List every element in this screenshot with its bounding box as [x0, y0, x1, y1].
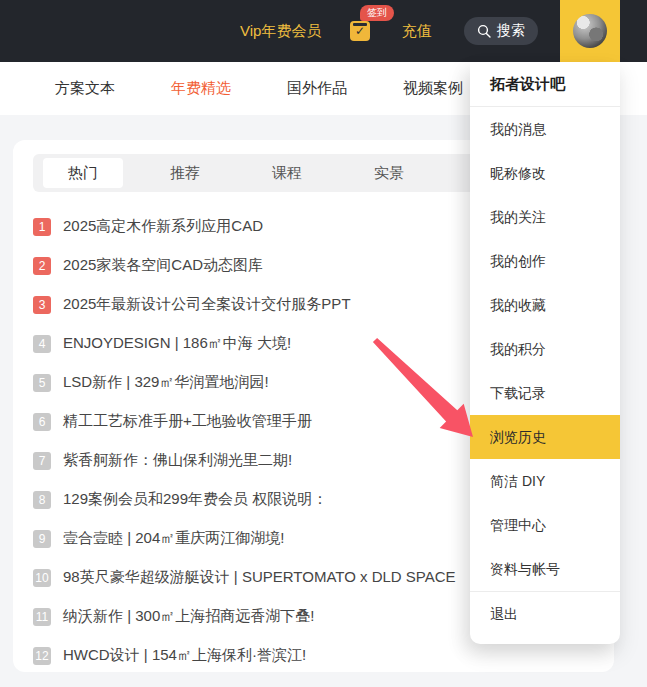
menu-item-昵称修改[interactable]: 昵称修改 [470, 151, 620, 195]
menu-item-管理中心[interactable]: 管理中心 [470, 503, 620, 547]
nav-item-方案文本[interactable]: 方案文本 [55, 79, 115, 98]
list-item-title[interactable]: 壹合壹睦 | 204㎡重庆两江御湖境! [63, 529, 284, 548]
rank-badge: 12 [33, 647, 51, 665]
rank-badge: 10 [33, 569, 51, 587]
menu-item-我的消息[interactable]: 我的消息 [470, 107, 620, 151]
top-header: Vip年费会员 签到 充值 搜索 [0, 0, 647, 62]
list-item-title[interactable]: 129案例会员和299年费会员 权限说明： [63, 490, 327, 509]
menu-item-我的积分[interactable]: 我的积分 [470, 327, 620, 371]
vip-membership-link[interactable]: Vip年费会员 [240, 22, 321, 41]
list-item-title[interactable]: 2025高定木作新系列应用CAD [63, 217, 263, 236]
rank-badge: 9 [33, 530, 51, 548]
rank-badge: 5 [33, 374, 51, 392]
recharge-link[interactable]: 充值 [402, 22, 432, 41]
list-item-title[interactable]: 纳沃新作 | 300㎡上海招商远香湖下叠! [63, 607, 314, 626]
rank-badge: 2 [33, 257, 51, 275]
menu-item-我的收藏[interactable]: 我的收藏 [470, 283, 620, 327]
search-button-label: 搜索 [497, 22, 525, 40]
list-item-title[interactable]: ENJOYDESIGN | 186㎡中海 大境! [63, 334, 291, 353]
menu-item-下载记录[interactable]: 下载记录 [470, 371, 620, 415]
search-icon [477, 24, 491, 38]
rank-badge: 6 [33, 413, 51, 431]
tab-推荐[interactable]: 推荐 [145, 158, 225, 188]
user-menu-title[interactable]: 拓者设计吧 [470, 62, 620, 106]
list-item-title[interactable]: 精工工艺标准手册+工地验收管理手册 [63, 412, 312, 431]
menu-item-简洁 DIY[interactable]: 简洁 DIY [470, 459, 620, 503]
rank-badge: 3 [33, 296, 51, 314]
menu-item-我的关注[interactable]: 我的关注 [470, 195, 620, 239]
tab-热门[interactable]: 热门 [43, 158, 123, 188]
menu-item-浏览历史[interactable]: 浏览历史 [470, 415, 620, 459]
list-item-title[interactable]: 2025家装各空间CAD动态图库 [63, 256, 263, 275]
list-item-title[interactable]: LSD新作 | 329㎡华润置地润园! [63, 373, 269, 392]
user-menu-items: 我的消息昵称修改我的关注我的创作我的收藏我的积分下载记录浏览历史简洁 DIY管理… [470, 107, 620, 591]
nav-item-视频案例[interactable]: 视频案例 [403, 79, 463, 98]
checkin-calendar-icon[interactable] [350, 21, 370, 41]
tab-实景[interactable]: 实景 [349, 158, 429, 188]
user-avatar [573, 14, 607, 48]
nav-item-年费精选[interactable]: 年费精选 [171, 79, 231, 98]
search-button[interactable]: 搜索 [464, 17, 538, 45]
list-item-title[interactable]: 98英尺豪华超级游艇设计 | SUPERTOMATO x DLD SPACE [63, 568, 456, 587]
list-item-title[interactable]: 紫香舸新作：佛山保利湖光里二期! [63, 451, 292, 470]
avatar-button[interactable] [560, 0, 620, 62]
list-item-title[interactable]: 2025年最新设计公司全案设计交付服务PPT [63, 295, 351, 314]
rank-badge: 8 [33, 491, 51, 509]
rank-badge: 1 [33, 218, 51, 236]
rank-badge: 11 [33, 608, 51, 626]
tab-课程[interactable]: 课程 [247, 158, 327, 188]
menu-item-logout[interactable]: 退出 [470, 592, 620, 636]
nav-item-国外作品[interactable]: 国外作品 [287, 79, 347, 98]
menu-item-资料与帐号[interactable]: 资料与帐号 [470, 547, 620, 591]
menu-item-我的创作[interactable]: 我的创作 [470, 239, 620, 283]
checkin-badge[interactable]: 签到 [360, 5, 394, 21]
rank-badge: 7 [33, 452, 51, 470]
list-item-title[interactable]: HWCD设计 | 154㎡上海保利·誉滨江! [63, 646, 306, 665]
rank-badge: 4 [33, 335, 51, 353]
user-dropdown-menu: 拓者设计吧 我的消息昵称修改我的关注我的创作我的收藏我的积分下载记录浏览历史简洁… [470, 62, 620, 644]
